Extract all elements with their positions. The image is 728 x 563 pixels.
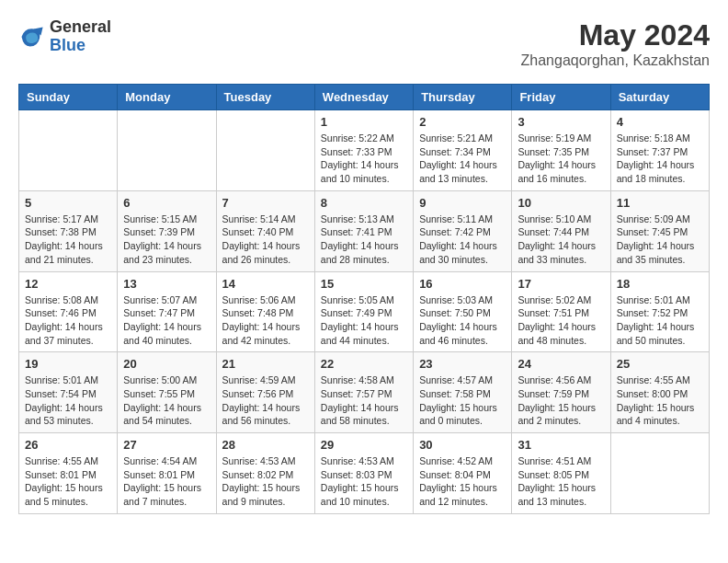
calendar-cell <box>118 110 216 191</box>
day-number: 12 <box>25 277 111 291</box>
day-info: Sunrise: 5:21 AM Sunset: 7:34 PM Dayligh… <box>419 132 506 186</box>
day-info: Sunrise: 4:56 AM Sunset: 7:59 PM Dayligh… <box>518 373 604 428</box>
day-info: Sunrise: 4:55 AM Sunset: 8:01 PM Dayligh… <box>25 454 111 509</box>
calendar-cell: 11Sunrise: 5:09 AM Sunset: 7:45 PM Dayli… <box>610 190 709 271</box>
day-number: 15 <box>321 277 407 291</box>
calendar-cell: 28Sunrise: 4:53 AM Sunset: 8:02 PM Dayli… <box>216 433 314 514</box>
weekday-header-monday: Monday <box>118 85 216 110</box>
weekday-header-saturday: Saturday <box>610 85 709 110</box>
day-info: Sunrise: 5:15 AM Sunset: 7:39 PM Dayligh… <box>123 213 210 267</box>
day-number: 30 <box>419 438 506 452</box>
day-number: 26 <box>25 438 111 452</box>
day-info: Sunrise: 5:00 AM Sunset: 7:55 PM Dayligh… <box>123 373 210 428</box>
page-header: General Blue May 2024 Zhangaqorghan, Kaz… <box>18 18 710 69</box>
calendar-cell: 23Sunrise: 4:57 AM Sunset: 7:58 PM Dayli… <box>414 352 512 433</box>
day-info: Sunrise: 5:05 AM Sunset: 7:49 PM Dayligh… <box>321 293 407 348</box>
day-number: 10 <box>518 196 604 210</box>
logo-text: General Blue <box>50 18 111 55</box>
day-info: Sunrise: 5:10 AM Sunset: 7:44 PM Dayligh… <box>518 213 604 267</box>
calendar-table: SundayMondayTuesdayWednesdayThursdayFrid… <box>18 84 710 514</box>
calendar-cell: 5Sunrise: 5:17 AM Sunset: 7:38 PM Daylig… <box>19 190 118 271</box>
day-info: Sunrise: 4:54 AM Sunset: 8:01 PM Dayligh… <box>123 454 210 509</box>
calendar-cell: 2Sunrise: 5:21 AM Sunset: 7:34 PM Daylig… <box>414 110 512 191</box>
calendar-cell: 19Sunrise: 5:01 AM Sunset: 7:54 PM Dayli… <box>19 352 118 433</box>
calendar-cell: 20Sunrise: 5:00 AM Sunset: 7:55 PM Dayli… <box>118 352 216 433</box>
day-info: Sunrise: 4:58 AM Sunset: 7:57 PM Dayligh… <box>321 373 407 428</box>
day-number: 19 <box>25 357 111 371</box>
calendar-cell: 12Sunrise: 5:08 AM Sunset: 7:46 PM Dayli… <box>19 271 118 352</box>
calendar-cell: 31Sunrise: 4:51 AM Sunset: 8:05 PM Dayli… <box>512 433 610 514</box>
calendar-cell: 26Sunrise: 4:55 AM Sunset: 8:01 PM Dayli… <box>19 433 118 514</box>
calendar-cell: 30Sunrise: 4:52 AM Sunset: 8:04 PM Dayli… <box>414 433 512 514</box>
location-subtitle: Zhangaqorghan, Kazakhstan <box>521 52 710 69</box>
day-number: 23 <box>419 357 506 371</box>
day-number: 24 <box>518 357 604 371</box>
calendar-cell <box>216 110 314 191</box>
calendar-cell: 4Sunrise: 5:18 AM Sunset: 7:37 PM Daylig… <box>610 110 709 191</box>
day-number: 2 <box>419 115 506 129</box>
day-info: Sunrise: 4:59 AM Sunset: 7:56 PM Dayligh… <box>222 373 309 428</box>
calendar-cell: 1Sunrise: 5:22 AM Sunset: 7:33 PM Daylig… <box>314 110 413 191</box>
day-number: 21 <box>222 357 309 371</box>
day-number: 1 <box>321 115 407 129</box>
day-number: 3 <box>518 115 604 129</box>
calendar-cell: 16Sunrise: 5:03 AM Sunset: 7:50 PM Dayli… <box>414 271 512 352</box>
day-number: 4 <box>617 115 703 129</box>
calendar-cell: 21Sunrise: 4:59 AM Sunset: 7:56 PM Dayli… <box>216 352 314 433</box>
day-info: Sunrise: 4:55 AM Sunset: 8:00 PM Dayligh… <box>617 373 703 428</box>
day-info: Sunrise: 5:06 AM Sunset: 7:48 PM Dayligh… <box>222 293 309 348</box>
day-number: 13 <box>123 277 210 291</box>
day-info: Sunrise: 4:51 AM Sunset: 8:05 PM Dayligh… <box>518 454 604 509</box>
day-info: Sunrise: 5:07 AM Sunset: 7:47 PM Dayligh… <box>123 293 210 348</box>
calendar-cell: 22Sunrise: 4:58 AM Sunset: 7:57 PM Dayli… <box>314 352 413 433</box>
calendar-cell: 9Sunrise: 5:11 AM Sunset: 7:42 PM Daylig… <box>414 190 512 271</box>
calendar-cell: 7Sunrise: 5:14 AM Sunset: 7:40 PM Daylig… <box>216 190 314 271</box>
weekday-header-wednesday: Wednesday <box>314 85 413 110</box>
weekday-header-tuesday: Tuesday <box>216 85 314 110</box>
day-number: 9 <box>419 196 506 210</box>
calendar-cell <box>19 110 118 191</box>
calendar-cell: 6Sunrise: 5:15 AM Sunset: 7:39 PM Daylig… <box>118 190 216 271</box>
title-area: May 2024 Zhangaqorghan, Kazakhstan <box>521 18 710 69</box>
day-number: 17 <box>518 277 604 291</box>
day-info: Sunrise: 4:53 AM Sunset: 8:02 PM Dayligh… <box>222 454 309 509</box>
day-number: 29 <box>321 438 407 452</box>
day-info: Sunrise: 5:11 AM Sunset: 7:42 PM Dayligh… <box>419 213 506 267</box>
day-number: 27 <box>123 438 210 452</box>
day-info: Sunrise: 5:17 AM Sunset: 7:38 PM Dayligh… <box>25 213 111 267</box>
calendar-cell: 13Sunrise: 5:07 AM Sunset: 7:47 PM Dayli… <box>118 271 216 352</box>
calendar-cell: 3Sunrise: 5:19 AM Sunset: 7:35 PM Daylig… <box>512 110 610 191</box>
calendar-cell: 25Sunrise: 4:55 AM Sunset: 8:00 PM Dayli… <box>610 352 709 433</box>
day-info: Sunrise: 5:19 AM Sunset: 7:35 PM Dayligh… <box>518 132 604 186</box>
day-info: Sunrise: 4:53 AM Sunset: 8:03 PM Dayligh… <box>321 454 407 509</box>
day-number: 16 <box>419 277 506 291</box>
calendar-week-row: 19Sunrise: 5:01 AM Sunset: 7:54 PM Dayli… <box>19 352 710 433</box>
calendar-cell: 18Sunrise: 5:01 AM Sunset: 7:52 PM Dayli… <box>610 271 709 352</box>
weekday-header-row: SundayMondayTuesdayWednesdayThursdayFrid… <box>19 85 710 110</box>
day-number: 14 <box>222 277 309 291</box>
calendar-cell: 24Sunrise: 4:56 AM Sunset: 7:59 PM Dayli… <box>512 352 610 433</box>
day-info: Sunrise: 5:13 AM Sunset: 7:41 PM Dayligh… <box>321 213 407 267</box>
calendar-cell <box>610 433 709 514</box>
day-number: 8 <box>321 196 407 210</box>
day-info: Sunrise: 5:01 AM Sunset: 7:54 PM Dayligh… <box>25 373 111 428</box>
day-number: 18 <box>617 277 703 291</box>
day-info: Sunrise: 5:18 AM Sunset: 7:37 PM Dayligh… <box>617 132 703 186</box>
calendar-week-row: 5Sunrise: 5:17 AM Sunset: 7:38 PM Daylig… <box>19 190 710 271</box>
logo: General Blue <box>18 18 111 55</box>
day-info: Sunrise: 5:09 AM Sunset: 7:45 PM Dayligh… <box>617 213 703 267</box>
day-info: Sunrise: 5:03 AM Sunset: 7:50 PM Dayligh… <box>419 293 506 348</box>
day-number: 22 <box>321 357 407 371</box>
calendar-week-row: 1Sunrise: 5:22 AM Sunset: 7:33 PM Daylig… <box>19 110 710 191</box>
day-info: Sunrise: 5:22 AM Sunset: 7:33 PM Dayligh… <box>321 132 407 186</box>
weekday-header-sunday: Sunday <box>19 85 118 110</box>
day-number: 5 <box>25 196 111 210</box>
day-number: 28 <box>222 438 309 452</box>
day-info: Sunrise: 4:52 AM Sunset: 8:04 PM Dayligh… <box>419 454 506 509</box>
calendar-cell: 14Sunrise: 5:06 AM Sunset: 7:48 PM Dayli… <box>216 271 314 352</box>
weekday-header-friday: Friday <box>512 85 610 110</box>
day-number: 11 <box>617 196 703 210</box>
weekday-header-thursday: Thursday <box>414 85 512 110</box>
logo-icon <box>18 24 44 50</box>
day-info: Sunrise: 4:57 AM Sunset: 7:58 PM Dayligh… <box>419 373 506 428</box>
